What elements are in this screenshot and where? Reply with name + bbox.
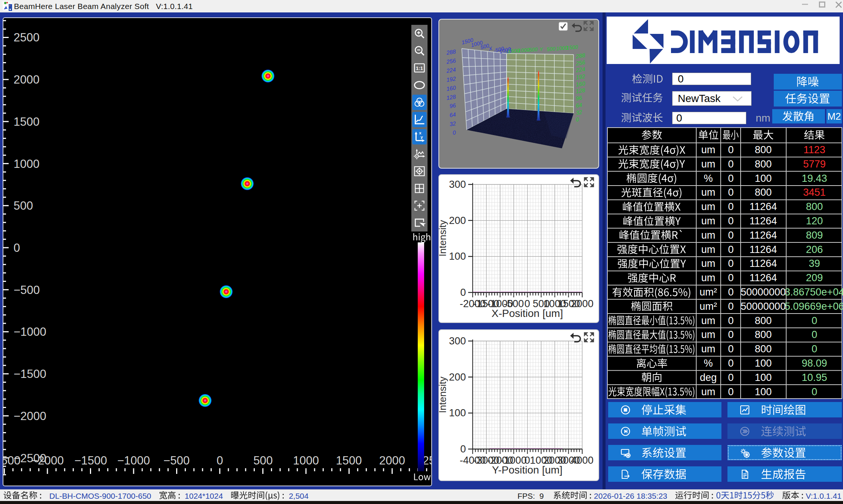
- svg-text:Y: Y: [539, 46, 544, 52]
- svg-text:-500: -500: [527, 46, 538, 53]
- svg-text:100: 100: [449, 407, 466, 419]
- svg-text:−1500: −1500: [14, 367, 46, 381]
- svg-text:y: y: [421, 135, 423, 139]
- svg-text:1000: 1000: [14, 157, 40, 171]
- svg-text:256: 256: [446, 57, 456, 65]
- svg-text:−1500: −1500: [74, 454, 107, 467]
- svg-text:2000: 2000: [14, 73, 40, 86]
- svg-text:224: 224: [446, 66, 456, 74]
- svg-text:0: 0: [14, 241, 20, 254]
- svg-text:0: 0: [216, 454, 223, 467]
- svg-text:300: 300: [449, 179, 466, 190]
- svg-text:Y-Position [um]: Y-Position [um]: [492, 464, 562, 476]
- svg-text:32: 32: [575, 109, 583, 116]
- svg-text:64: 64: [449, 111, 456, 118]
- svg-text:X-Position [um]: X-Position [um]: [491, 308, 563, 319]
- svg-text:500: 500: [253, 454, 273, 467]
- svg-text:128: 128: [575, 87, 586, 94]
- svg-text:1500: 1500: [336, 454, 362, 467]
- svg-text:192: 192: [446, 75, 456, 83]
- svg-text:192: 192: [575, 73, 586, 81]
- svg-text:500: 500: [546, 46, 556, 52]
- svg-text:96: 96: [575, 94, 583, 102]
- svg-text:−1000: −1000: [117, 454, 150, 467]
- svg-text:160: 160: [446, 84, 456, 92]
- svg-text:Intensity: Intensity: [438, 377, 448, 413]
- svg-text:−2000: −2000: [31, 454, 64, 467]
- svg-text:0: 0: [460, 443, 466, 455]
- svg-text:64: 64: [575, 102, 583, 109]
- svg-text:288: 288: [575, 52, 586, 60]
- svg-text:300: 300: [449, 335, 466, 347]
- svg-text:2500: 2500: [14, 31, 40, 44]
- svg-text:224: 224: [575, 66, 586, 73]
- svg-text:1500: 1500: [14, 115, 40, 128]
- svg-text:0: 0: [575, 116, 580, 123]
- svg-text:1500: 1500: [566, 44, 578, 51]
- svg-text:200: 200: [449, 372, 466, 383]
- svg-text:4000: 4000: [571, 455, 593, 466]
- svg-text:128: 128: [446, 93, 456, 101]
- svg-text:1:1: 1:1: [416, 65, 423, 71]
- svg-text:−2000: −2000: [14, 410, 46, 423]
- svg-text:−500: −500: [14, 283, 40, 297]
- svg-text:−500: −500: [163, 454, 190, 467]
- svg-text:1000: 1000: [293, 454, 319, 467]
- svg-text:288: 288: [446, 48, 456, 56]
- svg-text:100: 100: [449, 251, 466, 262]
- svg-text:32: 32: [449, 120, 456, 127]
- svg-text:0: 0: [452, 129, 456, 136]
- svg-text:200: 200: [449, 215, 466, 226]
- svg-text:X: X: [488, 45, 493, 52]
- svg-text:2000: 2000: [571, 298, 593, 309]
- svg-text:0: 0: [460, 287, 466, 298]
- svg-text:Intensity: Intensity: [438, 220, 448, 257]
- svg-text:500: 500: [14, 199, 33, 212]
- svg-text:−2500: −2500: [3, 454, 21, 467]
- svg-text:96: 96: [449, 102, 456, 109]
- svg-text:2000: 2000: [379, 454, 405, 467]
- svg-text:−1000: −1000: [14, 325, 46, 338]
